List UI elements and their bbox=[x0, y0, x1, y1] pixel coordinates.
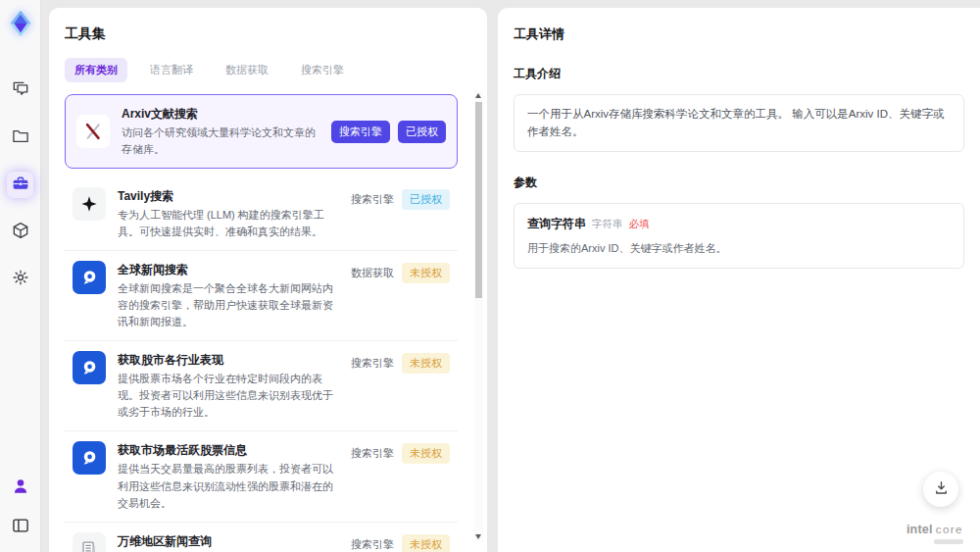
params-heading: 参数 bbox=[514, 175, 964, 191]
tool-text: 万维地区新闻查询 查询具体行政区划内的新闻，快速了解各地新闻动 bbox=[118, 532, 339, 552]
download-icon bbox=[932, 478, 951, 501]
rail-nav bbox=[7, 77, 33, 292]
rail-button-toolbox-icon[interactable] bbox=[7, 172, 33, 198]
tool-text: 获取股市各行业表现 提供股票市场各个行业在特定时间段内的表现。投资者可以利用这些… bbox=[118, 351, 339, 421]
rail-bottom bbox=[7, 475, 33, 540]
tool-title: 万维地区新闻查询 bbox=[118, 532, 339, 550]
tool-description: 访问各个研究领域大量科学论文和文章的存储库。 bbox=[122, 125, 319, 158]
tool-text: Arxiv文献搜索 访问各个研究领域大量科学论文和文章的存储库。 bbox=[122, 105, 319, 158]
tab-1[interactable]: 语言翻译 bbox=[140, 58, 203, 82]
toolset-title: 工具集 bbox=[65, 25, 471, 43]
tool-list-item[interactable]: 全球新闻搜索 全球新闻搜索是一个聚合全球各大新闻网站内容的搜索引擎，帮助用户快速… bbox=[65, 251, 458, 341]
rail-button-chat-icon[interactable] bbox=[7, 77, 33, 104]
tool-description: 全球新闻搜索是一个聚合全球各大新闻网站内容的搜索引擎，帮助用户快速获取全球最新资… bbox=[118, 280, 339, 330]
parameter-card: 查询字符串 字符串 必填 用于搜索的Arxiv ID、关键字或作者姓名。 bbox=[514, 203, 964, 269]
tool-status-badge: 已授权 bbox=[402, 189, 450, 210]
tool-description: 专为人工智能代理 (LLM) 构建的搜索引擎工具。可快速提供实时、准确和真实的结… bbox=[118, 207, 339, 240]
parameter-description: 用于搜索的Arxiv ID、关键字或作者姓名。 bbox=[527, 241, 951, 256]
rail-button-gear-icon[interactable] bbox=[7, 266, 33, 292]
tool-badges: 搜索引擎 未授权 bbox=[351, 351, 450, 374]
rail-button-folder-icon[interactable] bbox=[7, 125, 33, 151]
intel-logo-subtext bbox=[934, 539, 963, 544]
scroll-down-icon[interactable] bbox=[475, 534, 481, 539]
tool-badges: 搜索引擎 未授权 bbox=[351, 532, 450, 552]
category-tabs: 所有类别语言翻译数据获取搜索引擎 bbox=[65, 58, 471, 82]
tool-list-item[interactable]: 获取股市各行业表现 提供股票市场各个行业在特定时间段内的表现。投资者可以利用这些… bbox=[65, 341, 458, 431]
parameter-name: 查询字符串 bbox=[527, 216, 586, 232]
tool-badges: 数据获取 未授权 bbox=[351, 261, 450, 283]
tool-category-badge: 搜索引擎 bbox=[351, 446, 394, 461]
parameter-type: 字符串 bbox=[592, 218, 623, 231]
tab-3[interactable]: 搜索引擎 bbox=[291, 58, 354, 82]
toolset-panel: 工具集 所有类别语言翻译数据获取搜索引擎 Arxiv文献搜索 访问各个研究领域大… bbox=[49, 8, 487, 552]
rail-button-cube-icon[interactable] bbox=[7, 219, 33, 245]
tool-category-badge: 搜索引擎 bbox=[351, 192, 394, 207]
arxiv-logo bbox=[76, 115, 110, 148]
tool-category-badge: 数据获取 bbox=[351, 266, 394, 280]
globalnews-logo bbox=[73, 261, 106, 294]
sparkle-logo bbox=[73, 187, 106, 221]
tool-text: 获取市场最活跃股票信息 提供当天交易量最高的股票列表，投资者可以利用这些信息来识… bbox=[118, 441, 339, 511]
scroll-up-icon[interactable] bbox=[475, 93, 481, 98]
user-avatar-icon bbox=[11, 477, 30, 500]
intro-text-box: 一个用于从Arxiv存储库搜索科学论文和文章的工具。 输入可以是Arxiv ID… bbox=[514, 94, 964, 152]
tool-title: 获取市场最活跃股票信息 bbox=[118, 441, 339, 459]
panel-toggle-icon bbox=[11, 516, 30, 539]
tool-badges: 搜索引擎 已授权 bbox=[351, 187, 450, 210]
tool-list-item[interactable]: 万维地区新闻查询 查询具体行政区划内的新闻，快速了解各地新闻动 搜索引擎 未授权 bbox=[65, 523, 458, 552]
tool-description: 提供当天交易量最高的股票列表，投资者可以利用这些信息来识别流动性强的股票和潜在的… bbox=[118, 461, 339, 511]
tool-description: 提供股票市场各个行业在特定时间段内的表现。投资者可以利用这些信息来识别表现优于或… bbox=[118, 371, 339, 421]
tool-status-badge: 未授权 bbox=[402, 443, 450, 464]
folder-icon bbox=[11, 126, 30, 150]
tool-title: Arxiv文献搜索 bbox=[122, 105, 319, 123]
rail-button-user-avatar-icon[interactable] bbox=[7, 475, 33, 501]
tool-category-badge: 搜索引擎 bbox=[351, 356, 394, 371]
intro-heading: 工具介绍 bbox=[514, 66, 964, 82]
chat-icon bbox=[11, 79, 30, 103]
tab-0[interactable]: 所有类别 bbox=[65, 58, 127, 82]
tool-list: Arxiv文献搜索 访问各个研究领域大量科学论文和文章的存储库。 搜索引擎 已授… bbox=[65, 94, 471, 552]
tool-list-item[interactable]: Tavily搜索 专为人工智能代理 (LLM) 构建的搜索引擎工具。可快速提供实… bbox=[65, 177, 458, 251]
tool-list-item[interactable]: Arxiv文献搜索 访问各个研究领域大量科学论文和文章的存储库。 搜索引擎 已授… bbox=[65, 94, 458, 169]
tool-title: 全球新闻搜索 bbox=[118, 261, 339, 278]
left-icon-rail bbox=[0, 0, 41, 552]
tool-text: 全球新闻搜索 全球新闻搜索是一个聚合全球各大新闻网站内容的搜索引擎，帮助用户快速… bbox=[118, 261, 339, 330]
tool-badges: 搜索引擎 未授权 bbox=[351, 441, 450, 464]
details-title: 工具详情 bbox=[514, 25, 964, 43]
tab-2[interactable]: 数据获取 bbox=[216, 58, 278, 82]
tool-status-badge: 未授权 bbox=[402, 263, 450, 283]
tool-status-badge: 未授权 bbox=[402, 534, 450, 552]
list-scrollbar[interactable] bbox=[474, 90, 483, 542]
toolbox-icon bbox=[11, 174, 30, 197]
globalnews-logo bbox=[73, 351, 106, 384]
intel-core-logo: intelcore bbox=[906, 524, 963, 536]
tool-status-badge: 已授权 bbox=[398, 121, 446, 143]
tool-category-badge: 搜索引擎 bbox=[331, 121, 390, 143]
tool-text: Tavily搜索 专为人工智能代理 (LLM) 构建的搜索引擎工具。可快速提供实… bbox=[118, 187, 339, 240]
tool-list-item[interactable]: 获取市场最活跃股票信息 提供当天交易量最高的股票列表，投资者可以利用这些信息来识… bbox=[65, 431, 458, 522]
tool-category-badge: 搜索引擎 bbox=[351, 537, 394, 552]
tool-badges: 搜索引擎 已授权 bbox=[331, 121, 446, 143]
tool-status-badge: 未授权 bbox=[402, 353, 450, 374]
scrollbar-thumb[interactable] bbox=[475, 102, 482, 298]
parameter-header: 查询字符串 字符串 必填 bbox=[527, 216, 951, 232]
parameter-required-badge: 必填 bbox=[629, 218, 650, 231]
tool-title: Tavily搜索 bbox=[118, 187, 339, 205]
globalnews-logo bbox=[73, 441, 106, 475]
tool-title: 获取股市各行业表现 bbox=[118, 351, 339, 369]
gear-icon bbox=[11, 268, 30, 291]
app-logo-icon bbox=[6, 9, 35, 38]
rail-button-panel-toggle-icon[interactable] bbox=[7, 514, 33, 540]
cube-icon bbox=[11, 221, 30, 244]
tool-details-panel: 工具详情 工具介绍 一个用于从Arxiv存储库搜索科学论文和文章的工具。 输入可… bbox=[498, 8, 980, 552]
download-button[interactable] bbox=[923, 472, 958, 507]
newspaper-icon bbox=[73, 532, 106, 552]
